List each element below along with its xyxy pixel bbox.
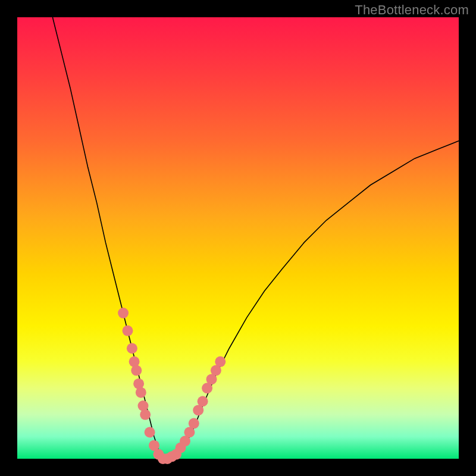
curve-marker [145, 427, 155, 438]
curve-marker [198, 396, 208, 407]
curve-marker [189, 418, 199, 429]
curve-marker [140, 409, 151, 420]
curve-marker [136, 387, 146, 398]
marker-group [118, 308, 226, 464]
curve-marker [118, 308, 129, 318]
watermark-text: TheBottleneck.com [355, 2, 469, 18]
curve-marker [123, 325, 133, 336]
bottleneck-curve [52, 17, 459, 459]
chart-stage: TheBottleneck.com [0, 0, 476, 476]
curve-marker [131, 365, 142, 376]
curve-marker [127, 343, 137, 354]
plot-area [17, 17, 459, 459]
plot-svg [17, 17, 459, 459]
curve-marker [215, 356, 226, 367]
